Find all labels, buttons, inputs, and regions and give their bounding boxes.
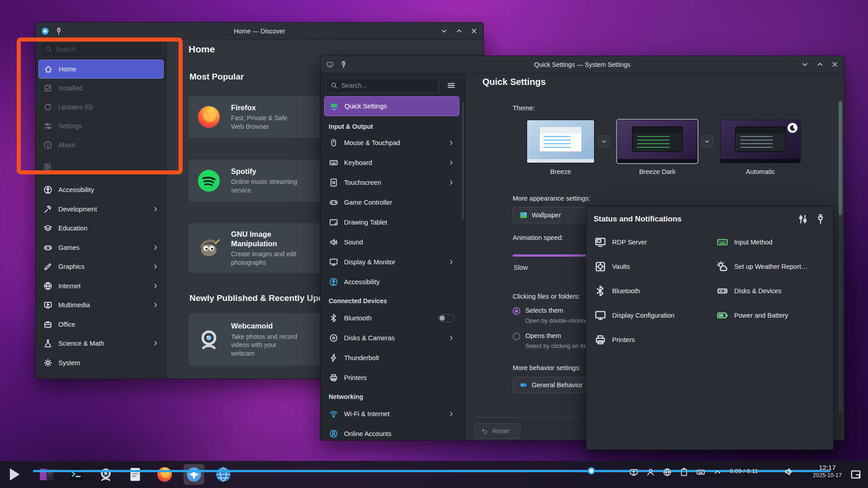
sidebar-item[interactable]: Disks & Cameras [324,328,459,348]
theme-option: Automatic [720,120,801,175]
pin-icon[interactable] [55,27,63,35]
maximize-button[interactable] [455,27,463,35]
sidebar-item[interactable]: Sound [324,232,459,252]
wallpaper-button[interactable]: Wallpaper [513,207,592,223]
status-item[interactable]: RDP Server [594,232,708,252]
taskbar-app[interactable] [154,464,175,485]
radio-sublabel: Select by clicking on item [525,343,591,349]
sidebar-item-quick-settings[interactable]: Quick Settings [324,96,459,116]
popup-title: Status and Notifications [594,215,682,224]
tray-icon[interactable] [679,468,689,477]
pin-icon[interactable] [815,214,826,225]
discover-category-item[interactable]: Accessibility [38,180,164,200]
configure-icon[interactable] [797,214,808,225]
discover-category-item[interactable]: Graphics [38,257,164,277]
discover-search[interactable] [40,42,162,57]
tray-icon[interactable] [646,468,655,477]
chevron-right-icon [152,263,159,270]
minimize-button[interactable] [801,61,809,68]
status-item[interactable]: Disks & Devices [717,281,830,301]
bluetooth-toggle[interactable] [438,314,454,322]
discover-nav-item[interactable]: Settings [38,117,164,136]
digital-clock[interactable]: 12:17 2025-10-17 [813,464,842,479]
status-item[interactable]: Bluetooth [594,281,708,301]
status-item[interactable]: Input Method [717,232,830,252]
discover-nav-item[interactable]: About [38,136,164,155]
show-desktop-icon[interactable] [850,469,862,480]
discover-category-item[interactable]: Development [38,200,164,219]
app-name: Firefox [231,103,299,113]
theme-dropdown-button[interactable] [701,136,713,147]
radio-icon [513,307,520,315]
discover-search-input[interactable] [56,46,158,53]
discover-category-item[interactable]: Science & Math [38,334,164,353]
discover-category-item[interactable]: Education [38,219,164,238]
sidebar-item-icon [329,178,338,187]
pin-icon[interactable] [340,61,348,69]
theme-dropdown-button[interactable] [598,136,610,147]
content-scrollbar[interactable] [839,100,842,412]
taskbar-app[interactable] [37,464,57,485]
menu-button[interactable] [442,78,461,93]
reset-button[interactable]: Reset [474,423,520,439]
sidebar-item[interactable]: Mouse & Touchpad [324,133,459,153]
taskbar-app[interactable] [213,464,234,485]
sidebar-item[interactable]: Drawing Tablet [324,212,459,232]
discover-category-item[interactable]: System [38,353,164,373]
discover-nav-item[interactable]: Installed [38,79,164,98]
seek-handle[interactable] [588,467,595,474]
discover-nav-item[interactable]: Updates (0) [38,98,164,117]
discover-category-item[interactable]: Office [38,315,164,334]
app-launcher-button[interactable] [6,466,23,483]
sidebar-item[interactable]: Wi-Fi & Internet [324,404,459,424]
discover-titlebar[interactable]: Home — Discover [36,23,483,40]
discover-category-item[interactable]: Internet [38,277,164,296]
sidebar-scrollbar[interactable] [462,102,464,220]
theme-preview[interactable] [527,120,594,163]
maximize-button[interactable] [816,61,824,68]
sidebar-item[interactable]: Keyboard [324,153,459,173]
theme-preview[interactable] [720,120,801,163]
status-item-label: Input Method [734,239,773,246]
group-header-input-output: Input & Output [329,122,459,131]
status-item-label: Printers [612,336,635,343]
sidebar-item[interactable]: Printers [324,368,459,388]
settings-titlebar[interactable]: Quick Settings — System Settings [321,56,844,73]
status-item[interactable]: Display Configuration [594,305,708,325]
category-label: System [58,359,80,366]
sidebar-item[interactable]: Online Accounts [324,424,459,440]
category-label: Office [58,321,75,328]
radio-opens-them[interactable]: Opens them Select by clicking on item [513,332,591,349]
scrollbar-thumb[interactable] [839,101,842,215]
close-button[interactable] [831,61,839,68]
volume-icon[interactable] [784,467,794,477]
tray-icon[interactable] [629,468,638,477]
theme-preview[interactable] [617,120,698,163]
status-item[interactable]: Set up Weather Report… [717,257,830,277]
minimize-button[interactable] [440,27,448,35]
discover-nav-item[interactable]: Home [38,60,164,79]
sidebar-item[interactable]: Thunderbolt [324,348,459,368]
sidebar-item[interactable]: Game Controller [324,192,459,212]
sidebar-item[interactable]: Display & Monitor [324,252,459,272]
settings-search-input[interactable] [341,82,434,89]
close-button[interactable] [470,27,478,35]
status-item[interactable]: Power and Battery [717,305,830,325]
sidebar-item[interactable]: Touchscreen [324,173,459,192]
tray-icon[interactable] [663,468,672,477]
taskbar-app[interactable] [95,464,116,485]
all-apps-icon[interactable] [43,163,52,171]
status-item[interactable]: Vaults [594,257,708,277]
taskbar-app[interactable] [66,464,87,485]
sidebar-item[interactable]: Accessibility [324,272,459,292]
sidebar-item[interactable]: Bluetooth [324,308,459,328]
discover-category-item[interactable]: Multimedia [38,296,164,315]
taskbar-app[interactable] [125,464,146,485]
taskbar-app[interactable] [184,464,204,485]
tray-icon[interactable] [713,468,722,477]
status-item[interactable]: Printers [594,330,708,350]
discover-category-item[interactable]: Games [38,238,164,258]
settings-search[interactable] [326,78,439,93]
tray-icon[interactable] [696,468,705,477]
category-label: Science & Math [58,340,104,347]
